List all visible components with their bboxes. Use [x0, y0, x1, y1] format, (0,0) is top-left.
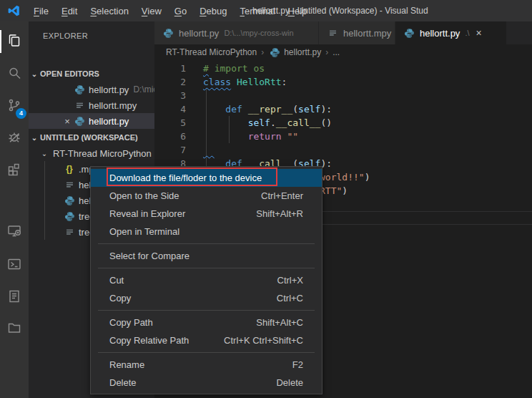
code-token: () — [320, 117, 332, 128]
chevron-down-icon: ⌄ — [29, 134, 40, 142]
context-menu-item[interactable]: RenameF2 — [91, 356, 322, 374]
file-file-icon — [326, 29, 339, 38]
terminal-icon — [6, 256, 23, 275]
menu-item-label: Reveal in Explorer — [109, 208, 235, 219]
activity-item-search[interactable] — [0, 59, 29, 88]
editor-tab-1[interactable]: hellortt.pyD:\...\mpy-cross-win — [154, 21, 319, 44]
python-file-icon — [268, 47, 281, 58]
editor-tab-2[interactable]: hellortt.mpy — [319, 21, 395, 44]
open-editor-item[interactable]: hellortt.pyD:\micr... — [29, 82, 154, 97]
code-token: . — [270, 117, 276, 128]
python-file-icon — [73, 116, 86, 127]
scm-badge: 4 — [16, 108, 26, 119]
menubar-item-edit[interactable]: Edit — [55, 6, 84, 16]
tree-indent-guide — [44, 161, 45, 240]
open-editor-item[interactable]: ×hellortt.py — [29, 113, 154, 129]
line-content: class HelloRtt: — [186, 75, 287, 89]
folder-name: RT-Thread MicroPython — [53, 148, 152, 159]
code-token: import os — [209, 63, 265, 74]
menubar-item-selection[interactable]: Selection — [84, 6, 134, 16]
folder-browser-icon — [6, 319, 23, 338]
activity-item-source-control[interactable]: 4 — [0, 92, 29, 120]
code-token: ) — [365, 172, 370, 183]
explorer-icon — [6, 32, 23, 52]
activity-item-explorer[interactable] — [0, 27, 29, 56]
context-menu-item[interactable]: Reveal in ExplorerShift+Alt+R — [91, 205, 322, 223]
breadcrumb-item[interactable]: RT-Thread MicroPython — [166, 47, 257, 57]
menu-item-shortcut: F2 — [292, 359, 303, 370]
menubar-item-file[interactable]: File — [27, 6, 55, 16]
code-line: 4 def __repr__(self): — [154, 102, 370, 116]
menu-mnemonic: T — [240, 6, 245, 16]
context-menu-item[interactable]: Open to the SideCtrl+Enter — [91, 187, 322, 205]
code-token: class — [203, 77, 231, 87]
file-path: D:\micr... — [133, 84, 154, 94]
breadcrumb-item[interactable]: hellortt.py — [268, 47, 321, 58]
output-icon — [6, 288, 23, 307]
line-number: 7 — [154, 143, 186, 157]
activity-item-folder-browser[interactable] — [0, 314, 29, 342]
breadcrumb-label: RT-Thread MicroPython — [166, 47, 257, 57]
python-file-icon — [73, 84, 86, 95]
tab-label: hellortt.py — [179, 28, 219, 39]
menu-item-label: Download the file/floder to the device — [109, 173, 303, 183]
code-line: 3 — [154, 89, 370, 102]
vscode-window: FileEditSelectionViewGoDebugTerminalHelp… — [0, 0, 532, 398]
code-token: HelloRtt — [237, 77, 282, 87]
menu-item-shortcut: Ctrl+X — [277, 275, 303, 286]
menubar-item-go[interactable]: Go — [168, 6, 193, 16]
editor-split-border[interactable] — [322, 211, 532, 212]
menubar-item-debug[interactable]: Debug — [193, 6, 233, 16]
python-file-icon — [403, 28, 415, 39]
code-token: def — [225, 104, 242, 115]
context-menu-item[interactable]: Download the file/floder to the device — [91, 169, 322, 187]
line-number: 5 — [154, 116, 186, 130]
code-token — [203, 104, 225, 115]
context-menu-item[interactable]: CutCtrl+X — [91, 271, 322, 289]
context-menu-item[interactable]: DeleteDelete — [91, 374, 322, 392]
context-menu-item[interactable]: Copy Relative PathCtrl+K Ctrl+Shift+C — [91, 331, 322, 349]
line-number: 3 — [154, 89, 186, 102]
context-menu-item[interactable]: CopyCtrl+C — [91, 289, 322, 307]
json-file-icon: {} — [63, 164, 76, 174]
vscode-logo-icon — [7, 4, 20, 17]
close-icon[interactable]: × — [61, 116, 73, 127]
line-content: # import os — [186, 62, 265, 75]
open-editor-item[interactable]: hellortt.mpy — [29, 97, 154, 113]
activity-item-output[interactable] — [0, 283, 29, 311]
code-token: RTT" — [320, 185, 342, 196]
context-menu-item[interactable]: Copy PathShift+Alt+C — [91, 314, 322, 331]
chevron-down-icon: ⌄ — [39, 150, 50, 157]
editor-split-border[interactable] — [322, 224, 532, 225]
menu-item-shortcut: Delete — [276, 377, 303, 388]
line-content — [186, 89, 203, 102]
tab-label: hellortt.mpy — [343, 28, 391, 39]
line-content: return "" — [186, 130, 298, 143]
activity-item-terminal[interactable] — [0, 251, 29, 279]
activity-bar: 4 — [0, 21, 29, 398]
context-menu-item[interactable]: Select for Compare — [91, 247, 322, 265]
code-token — [242, 104, 248, 115]
breadcrumb-item[interactable]: ... — [332, 47, 340, 57]
breadcrumb-separator-icon: › — [261, 47, 264, 57]
code-token: ): — [320, 104, 332, 115]
menu-mnemonic: V — [142, 6, 147, 16]
open-editors-header[interactable]: ⌄OPEN EDITORS — [29, 66, 154, 82]
activity-item-extensions[interactable] — [0, 155, 29, 183]
menu-item-label: Rename — [109, 359, 271, 370]
menubar-item-view[interactable]: View — [135, 6, 168, 16]
menu-item-shortcut: Ctrl+K Ctrl+Shift+C — [224, 335, 303, 346]
context-menu-item[interactable]: Open in Terminal — [91, 223, 322, 241]
workspace-header-label: UNTITLED (WORKSPACE) — [40, 133, 138, 142]
editor-tab-3[interactable]: hellortt.py.\× — [395, 21, 507, 44]
close-icon[interactable]: × — [476, 27, 482, 39]
code-token — [203, 117, 248, 128]
workspace-folder[interactable]: ⌄RT-Thread MicroPython — [29, 145, 154, 161]
menu-separator — [98, 352, 315, 353]
activity-item-debug[interactable] — [0, 123, 29, 152]
menu-mnemonic: F — [34, 6, 39, 16]
workspace-header[interactable]: ⌄UNTITLED (WORKSPACE) — [29, 130, 154, 145]
menu-separator — [98, 268, 315, 268]
tab-path: D:\...\mpy-cross-win — [224, 29, 293, 37]
activity-item-device-manager[interactable] — [0, 217, 29, 246]
